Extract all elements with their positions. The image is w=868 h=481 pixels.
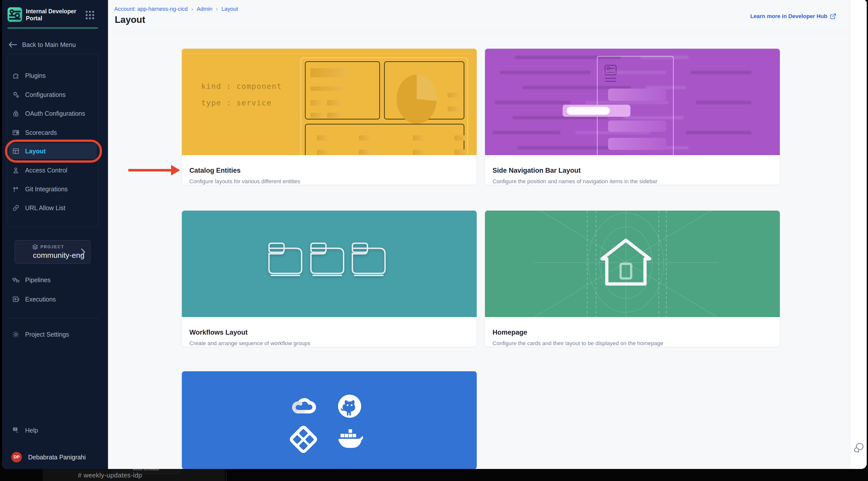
project-selector[interactable]: PROJECT community-eng — [14, 240, 90, 264]
user-menu[interactable]: DP Debabrata Panigrahi — [8, 449, 97, 465]
diamond-lattice-icon — [288, 424, 319, 455]
main-content: Account: app-harness-ng-cicd › Admin › L… — [108, 0, 850, 469]
external-link-icon — [830, 13, 836, 20]
catalog-entities-illustration: kind : component type : service — [182, 49, 477, 155]
app-window: Internal Developer Portal Back to Main M… — [2, 0, 867, 469]
project-name: community-eng — [33, 251, 84, 260]
type-annotation: type : service — [201, 98, 272, 107]
gears-icon — [12, 91, 20, 98]
sidebar-item-layout[interactable]: Layout — [8, 143, 97, 159]
dragged-nav-bar-label — [567, 107, 610, 115]
app-title: Internal Developer Portal — [26, 8, 84, 22]
page-title: Layout — [115, 14, 145, 25]
card-description: Create and arrange sequence of workflow … — [189, 340, 469, 347]
link-icon — [12, 204, 20, 212]
support-chat-icon[interactable] — [853, 442, 865, 453]
plugins-icon — [12, 72, 20, 79]
nav-bar-placeholder — [608, 138, 666, 150]
card-description: Configure the position and names of navi… — [493, 178, 772, 185]
sidebar-item-scorecards[interactable]: Scorecards — [8, 125, 97, 140]
sidebar-item-executions[interactable]: Executions — [8, 291, 97, 307]
nav-bar-placeholder — [608, 121, 666, 132]
scorecard-icon — [12, 129, 20, 136]
layout-icon — [12, 147, 20, 155]
card-title: Side Navigation Bar Layout — [493, 167, 772, 174]
card-title: Catalog Entities — [189, 167, 469, 174]
project-label: PROJECT — [40, 245, 64, 250]
pipelines-icon — [12, 276, 20, 284]
gear-icon — [12, 331, 20, 338]
background-app-divider — [226, 469, 226, 481]
github-icon — [338, 394, 362, 418]
docker-icon — [338, 429, 364, 449]
background-channel-label: # weekly-updates-idp — [78, 472, 142, 479]
accent-divider — [7, 28, 98, 28]
folder-icon — [350, 241, 388, 277]
sidebar-item-pipelines[interactable]: Pipelines — [8, 272, 97, 288]
executions-icon — [12, 295, 20, 303]
idp-logo-icon — [7, 7, 22, 22]
sidebar-item-oauth-configurations[interactable]: OAuth Configurations — [8, 105, 97, 122]
nav-bar-placeholder — [608, 89, 666, 101]
breadcrumb-account[interactable]: Account: app-harness-ng-cicd — [114, 6, 188, 12]
breadcrumb-admin[interactable]: Admin — [197, 6, 212, 12]
chevron-right-icon — [81, 248, 86, 256]
blueprint-guides — [485, 211, 780, 317]
svg-text:?: ? — [14, 428, 16, 431]
card-title: Homepage — [493, 329, 772, 336]
right-rail — [850, 0, 867, 469]
person-icon — [12, 166, 20, 174]
help-chat-icon: ? — [12, 426, 20, 434]
back-arrow-icon — [8, 42, 17, 48]
user-name: Debabrata Panigrahi — [28, 454, 86, 461]
sidebar: Internal Developer Portal Back to Main M… — [2, 0, 108, 469]
workflows-illustration — [182, 211, 477, 317]
annotation-arrow-head — [171, 165, 180, 175]
card-description: Configure the cards and their layout to … — [493, 340, 772, 347]
wireframe-logo-glyph — [603, 64, 618, 83]
breadcrumb: Account: app-harness-ng-cicd › Admin › L… — [114, 5, 238, 12]
card-integrations[interactable] — [182, 371, 477, 469]
wireframe-panel — [384, 61, 464, 120]
homepage-illustration — [485, 211, 780, 317]
card-workflows-layout[interactable]: Workflows Layout Create and arrange sequ… — [182, 211, 477, 347]
sidebar-item-help[interactable]: ? Help — [8, 422, 97, 438]
sidebar-item-project-settings[interactable]: Project Settings — [8, 326, 97, 343]
side-nav-illustration — [485, 49, 780, 155]
lock-icon — [12, 110, 20, 117]
sidebar-item-git-integrations[interactable]: Git Integrations — [8, 181, 97, 197]
sidebar-item-configurations[interactable]: Configurations — [8, 87, 97, 103]
back-to-main-menu[interactable]: Back to Main Menu — [8, 38, 97, 52]
git-branch-icon — [12, 185, 20, 193]
layers-icon — [32, 244, 38, 250]
sidebar-divider — [7, 318, 98, 318]
sidebar-item-access-control[interactable]: Access Control — [8, 162, 97, 178]
card-homepage[interactable]: Homepage Configure the cards and their l… — [485, 211, 780, 347]
card-catalog-entities[interactable]: kind : component type : service — [182, 49, 477, 185]
module-grid-icon[interactable] — [85, 10, 95, 20]
annotation-arrow — [128, 169, 172, 171]
breadcrumb-separator: › — [191, 5, 193, 12]
integrations-illustration — [182, 371, 477, 469]
card-side-navigation-bar-layout[interactable]: Side Navigation Bar Layout Configure the… — [485, 49, 780, 185]
kind-annotation: kind : component — [201, 82, 282, 91]
folder-icon — [267, 241, 304, 277]
pie-chart-placeholder — [397, 74, 437, 124]
folder-icon — [308, 241, 346, 277]
card-title: Workflows Layout — [189, 329, 469, 336]
sidebar-item-plugins[interactable]: Plugins — [8, 67, 97, 84]
avatar: DP — [11, 452, 22, 462]
breadcrumb-separator: › — [216, 5, 218, 12]
wireframe-panel — [305, 124, 464, 155]
card-description: Configure layouts for various different … — [189, 178, 469, 185]
back-label: Back to Main Menu — [22, 41, 76, 49]
breadcrumb-layout[interactable]: Layout — [221, 6, 238, 12]
google-cloud-icon — [291, 395, 316, 417]
wireframe-panel — [305, 61, 380, 120]
learn-more-link[interactable]: Learn more in Developer Hub — [750, 13, 836, 20]
sidebar-item-url-allow-list[interactable]: URL Allow List — [8, 200, 97, 216]
